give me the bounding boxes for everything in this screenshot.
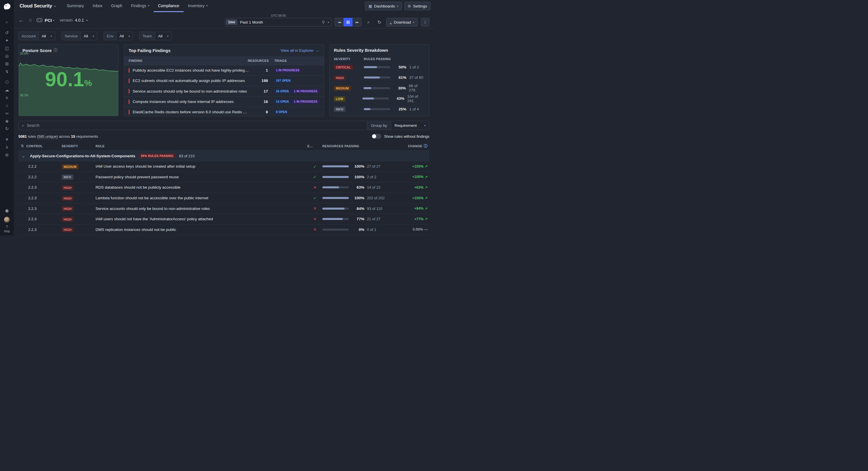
monitors-icon[interactable]: ◎ [0, 52, 14, 60]
workflows-icon[interactable]: ⊚ [0, 151, 14, 159]
rail-bottom: ⚉ ? Help [0, 207, 14, 236]
product-title: Cloud Security [20, 3, 52, 9]
sort-control-header[interactable]: ⇅ CONTROL [19, 144, 62, 148]
tab-inventory[interactable]: Inventory▾ [184, 0, 212, 12]
rules-passing-badge: 39% RULES PASSING [139, 153, 176, 159]
fail-icon: ✕ [307, 206, 322, 211]
triage-badge: 16 OPEN [274, 89, 290, 94]
show-rules-toggle[interactable] [372, 134, 381, 139]
finding-row[interactable]: EC2 subnets should not automatically ass… [124, 75, 324, 86]
filter-service[interactable]: Service All▾ [62, 32, 97, 40]
back-arrow-icon[interactable]: ← [19, 17, 24, 24]
download-button[interactable]: ↓ Download ▾ [386, 18, 418, 27]
triage-badge: 8 OPEN [274, 110, 289, 114]
search-icon[interactable]: ⌕ [0, 18, 14, 26]
version-value[interactable]: 4.0.1 [75, 18, 84, 23]
serverless-icon[interactable]: λ [0, 143, 14, 151]
watchdog-icon[interactable]: ✦ [0, 36, 14, 44]
severity-badge: HIGH [62, 217, 74, 222]
fail-icon: ✕ [307, 227, 322, 232]
tab-inbox[interactable]: Inbox [88, 0, 107, 12]
settings-button[interactable]: ⚙ Settings [404, 2, 431, 10]
avatar[interactable] [4, 217, 10, 223]
history-icon[interactable]: ↺ [0, 29, 14, 36]
product-switcher[interactable]: Cloud Security ▾ [17, 3, 58, 9]
posture-score-card: Posture Score ⓘ 90.8% 88.3% 90.1% [19, 44, 119, 116]
requirement-group-row[interactable]: ⌄ Apply-Secure-Configurations-to-All-Sys… [19, 151, 429, 161]
findings-column-headers: FINDING RESOURCES TRIAGE [124, 56, 324, 65]
kebab-menu-button[interactable]: ⋮ [421, 18, 429, 27]
collapse-chevron-icon: ⌄ [22, 154, 25, 158]
severity-bar [129, 68, 129, 73]
search-box[interactable]: ⌕ [19, 121, 367, 130]
pause-button[interactable] [344, 18, 352, 27]
refresh-icon[interactable]: ↻ [375, 18, 383, 27]
progress-bar [322, 176, 349, 178]
tab-findings[interactable]: Findings▾ [127, 0, 154, 12]
chevron-down-icon[interactable]: ▾ [53, 19, 54, 22]
rule-row[interactable]: 2.2.2 MEDIUM IAM User access keys should… [19, 161, 429, 172]
framework-name[interactable]: PCI [44, 18, 52, 23]
range-shortcut: 1mo [226, 19, 237, 25]
metrics-icon[interactable]: ◫ [0, 44, 14, 52]
rule-row[interactable]: 2.2.3 HIGH Service accounts should only … [19, 203, 429, 214]
pin-icon[interactable]: ⚲ [322, 20, 324, 25]
filter-team[interactable]: Team All▾ [139, 32, 172, 40]
progress-bar [322, 218, 349, 220]
zoom-icon[interactable]: ⌕ [364, 18, 372, 27]
rule-row[interactable]: 2.2.2 INFO Password policy should preven… [19, 172, 429, 182]
chevron-down-icon: ▾ [167, 34, 168, 38]
infrastructure-icon[interactable]: ⌂ [0, 101, 14, 109]
threats-icon[interactable]: ✶ [0, 135, 14, 143]
cloud-icon[interactable]: ☁ [0, 86, 14, 94]
dashboards-button[interactable]: ▦ Dashboards ▾ [365, 2, 402, 10]
time-range-wrap: UTC-05:00 1mo Past 1 Month ⚲ ▾ [225, 14, 332, 27]
finding-row[interactable]: Compute instances should only have inter… [124, 96, 324, 107]
tab-summary[interactable]: Summary [62, 0, 88, 12]
finding-row[interactable]: Service accounts should only be bound to… [124, 86, 324, 96]
security-icon[interactable]: ◈ [0, 117, 14, 125]
integrations-icon[interactable]: ⊞ [0, 60, 14, 68]
forward-button[interactable]: ▶▶ [352, 18, 362, 27]
chevron-down-icon: ▾ [328, 21, 329, 24]
org-icon[interactable]: ⚇ [0, 78, 14, 86]
triage-badge: 14 OPEN [274, 100, 290, 104]
progress-bar [322, 229, 349, 231]
severity-bar [129, 110, 129, 114]
chevron-down-icon[interactable]: ▾ [86, 19, 88, 22]
triage-badge: 1 IN PROGRESS [292, 89, 319, 94]
help-label: Help [4, 230, 10, 233]
apm-icon[interactable]: ↯ [0, 68, 14, 75]
compliance-icon[interactable]: ↻ [0, 125, 14, 133]
finding-row[interactable]: ElastiCache Redis clusters before versio… [124, 107, 324, 116]
finding-row[interactable]: Publicly accessible EC2 instances should… [124, 65, 324, 75]
rule-row[interactable]: 2.2.3 HIGH Lambda function should not be… [19, 193, 429, 204]
star-icon[interactable]: ☆ [28, 17, 33, 23]
search-input[interactable] [27, 123, 364, 128]
view-all-explorer-link[interactable]: View all in Explorer → [281, 48, 319, 53]
trend-up-icon: ↗ [425, 175, 428, 179]
filter-env[interactable]: Env All▾ [103, 32, 133, 40]
time-range-picker[interactable]: 1mo Past 1 Month ⚲ ▾ [225, 18, 332, 27]
pass-icon: ✓ [307, 164, 322, 169]
group-by-select[interactable]: Requirement ▾ [391, 121, 429, 130]
help-button[interactable]: ? Help [4, 225, 10, 233]
tab-graph[interactable]: Graph [107, 0, 127, 12]
rule-row[interactable]: 2.2.3 HIGH IAM users should not have the… [19, 214, 429, 225]
user-icon[interactable]: ⚉ [0, 207, 14, 215]
network-icon[interactable]: ∞ [0, 109, 14, 117]
summary-cards: Posture Score ⓘ 90.8% 88.3% 90.1% [14, 44, 434, 120]
filter-account[interactable]: Account All▾ [19, 32, 55, 40]
tab-compliance[interactable]: Compliance [154, 0, 184, 12]
rule-row[interactable]: 2.2.3 HIGH RDS databases should not be p… [19, 182, 429, 193]
rule-row[interactable]: 2.2.3 HIGH DMS replication instances sho… [19, 225, 429, 235]
datadog-logo-icon[interactable] [3, 2, 11, 11]
logs-icon[interactable]: ≡ [0, 94, 14, 101]
framework-header: ← ☆ PCI ▾ version 4.0.1 ▾ UTC-05:00 1mo … [14, 12, 434, 29]
info-icon[interactable]: ⓘ [54, 48, 58, 53]
severity-bar [129, 100, 129, 104]
posture-score-value: 90.1% [45, 68, 92, 91]
progress-bar [364, 66, 390, 68]
rewind-button[interactable]: ◀◀ [335, 18, 344, 27]
info-icon[interactable]: ⓘ [424, 143, 428, 149]
